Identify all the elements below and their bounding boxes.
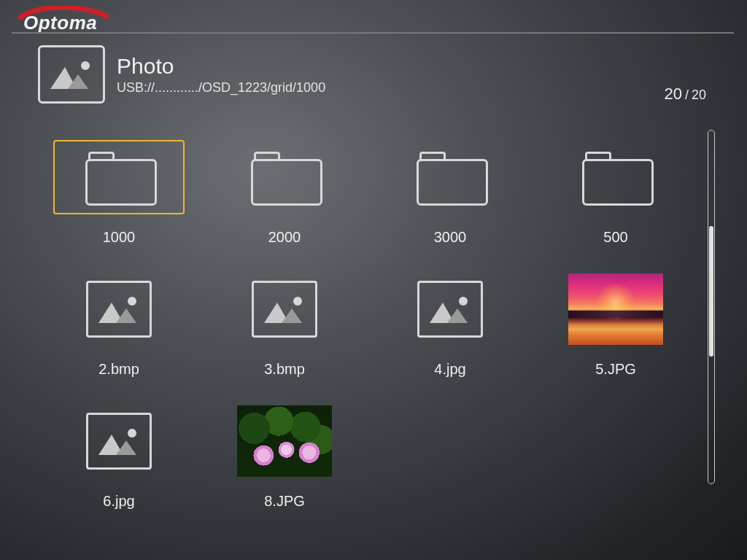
image-placeholder-icon bbox=[417, 281, 483, 338]
grid-item[interactable]: 6.jpg bbox=[36, 404, 201, 510]
image-thumbnail bbox=[568, 273, 663, 345]
grid-item-label: 4.jpg bbox=[434, 361, 465, 378]
grid-item-thumb bbox=[550, 140, 681, 214]
grid-item-label: 5.JPG bbox=[595, 361, 636, 378]
grid-item-thumb bbox=[219, 272, 350, 346]
grid-item-thumb bbox=[53, 272, 185, 346]
grid-item[interactable]: 8.JPG bbox=[202, 404, 367, 510]
breadcrumb: USB://............/OSD_1223/grid/1000 bbox=[117, 80, 325, 96]
grid-item[interactable]: 3000 bbox=[368, 140, 533, 246]
grid-item[interactable]: 500 bbox=[533, 140, 698, 246]
image-placeholder-icon bbox=[86, 281, 152, 338]
grid-item[interactable]: 3.bmp bbox=[202, 272, 367, 378]
grid-item[interactable]: 4.jpg bbox=[368, 272, 533, 378]
folder-icon bbox=[417, 152, 484, 203]
image-placeholder-icon bbox=[252, 281, 317, 338]
grid-item-thumb bbox=[550, 272, 681, 346]
page-total: 20 bbox=[692, 88, 706, 103]
svg-point-14 bbox=[128, 429, 136, 438]
svg-point-11 bbox=[459, 297, 468, 306]
grid-item-thumb bbox=[53, 404, 185, 478]
grid-item[interactable]: 1000 bbox=[36, 140, 201, 246]
grid-item-label: 2.bmp bbox=[98, 361, 139, 378]
grid-item-thumb bbox=[384, 140, 516, 214]
brand-name: Optoma bbox=[23, 12, 97, 34]
page-title: Photo bbox=[117, 54, 325, 79]
scrollbar-thumb[interactable] bbox=[709, 226, 713, 357]
scrollbar[interactable] bbox=[708, 130, 715, 484]
header-divider bbox=[12, 32, 734, 34]
image-thumbnail bbox=[237, 405, 332, 477]
svg-point-5 bbox=[128, 297, 136, 306]
grid-item-thumb bbox=[53, 140, 185, 214]
grid-item-label: 3.bmp bbox=[264, 361, 305, 378]
grid-item[interactable]: 5.JPG bbox=[533, 272, 698, 378]
grid-item[interactable]: 2000 bbox=[202, 140, 367, 246]
page-sep: / bbox=[685, 88, 689, 103]
page-counter: 20 / 20 bbox=[664, 85, 706, 104]
image-placeholder-icon bbox=[86, 413, 152, 470]
svg-point-2 bbox=[81, 61, 90, 70]
grid-item-label: 3000 bbox=[434, 229, 467, 246]
folder-icon bbox=[582, 152, 649, 203]
page-current: 20 bbox=[664, 85, 681, 104]
grid-item[interactable]: 2.bmp bbox=[36, 272, 201, 378]
svg-point-8 bbox=[293, 297, 302, 306]
grid-item-thumb bbox=[384, 272, 516, 346]
grid-item-thumb bbox=[219, 404, 350, 478]
grid-item-label: 500 bbox=[603, 229, 627, 246]
folder-icon bbox=[85, 152, 152, 203]
grid-item-label: 2000 bbox=[268, 229, 301, 246]
grid-item-label: 6.jpg bbox=[103, 493, 134, 510]
section-header: Photo USB://............/OSD_1223/grid/1… bbox=[38, 45, 718, 104]
photo-icon bbox=[38, 45, 105, 104]
grid-item-label: 1000 bbox=[103, 229, 136, 246]
file-grid: 1000 2000 3000 500 2.bmp 3.bmp 4.jpg5.JP… bbox=[36, 140, 699, 510]
grid-item-label: 8.JPG bbox=[264, 493, 305, 510]
folder-icon bbox=[251, 152, 318, 203]
grid-item-thumb bbox=[219, 140, 350, 214]
